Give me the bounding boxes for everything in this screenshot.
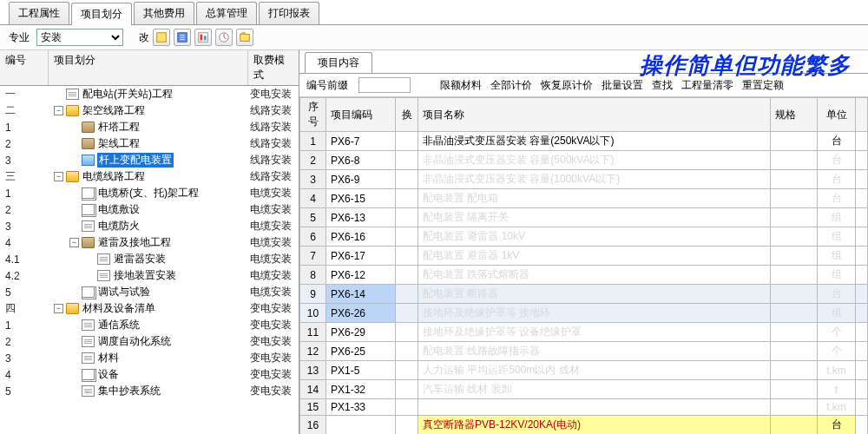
grid-header-swap[interactable]: 换 xyxy=(396,98,418,132)
cell-spec[interactable] xyxy=(771,266,818,285)
toolbar-link-6[interactable]: 重置定额 xyxy=(742,79,784,91)
cell-seq[interactable]: 12 xyxy=(300,342,326,361)
cell-code[interactable]: PX6-29 xyxy=(326,323,396,342)
tool-button-3[interactable] xyxy=(194,29,212,46)
tree-row[interactable]: 3材料变电安装 xyxy=(0,350,299,366)
cell-seq[interactable]: 1 xyxy=(300,132,326,151)
cell-spec[interactable] xyxy=(771,227,818,247)
cell-extra[interactable] xyxy=(856,323,868,342)
cell-unit[interactable]: 台 xyxy=(818,416,856,435)
specialty-select[interactable]: 安装 xyxy=(36,29,123,46)
prefix-input[interactable] xyxy=(358,77,411,93)
cell-spec[interactable] xyxy=(771,189,818,208)
tree-row[interactable]: 4设备变电安装 xyxy=(0,366,299,383)
toolbar-link-3[interactable]: 批量设置 xyxy=(602,79,643,91)
cell-unit[interactable]: 组 xyxy=(818,208,856,227)
tool-button-4[interactable] xyxy=(215,29,233,46)
cell-unit[interactable]: 台 xyxy=(818,285,856,304)
tree-row-node[interactable]: 设备 xyxy=(49,367,248,382)
tab-project-content[interactable]: 项目内容 xyxy=(305,52,372,73)
cell-extra[interactable] xyxy=(856,266,868,285)
cell-swap[interactable] xyxy=(396,416,418,435)
cell-swap[interactable] xyxy=(396,151,418,170)
cell-spec[interactable] xyxy=(771,399,818,416)
cell-unit[interactable]: 组 xyxy=(818,304,856,323)
cell-unit[interactable]: t xyxy=(818,380,856,399)
cell-seq[interactable]: 7 xyxy=(300,247,326,266)
tree-row-node[interactable]: 杆塔工程 xyxy=(49,120,248,135)
tree-row-node[interactable]: 调试与试验 xyxy=(49,285,248,299)
cell-extra[interactable] xyxy=(856,361,868,380)
grid-row[interactable]: 1PX6-7非晶油浸式变压器安装 容量(250kVA以下)台 xyxy=(300,132,868,151)
tree-row[interactable]: 2电缆敷设电缆安装 xyxy=(0,201,299,218)
cell-swap[interactable] xyxy=(396,227,418,247)
cell-extra[interactable] xyxy=(856,380,868,399)
toolbar-link-0[interactable]: 限额材料 xyxy=(440,79,482,91)
tree-row[interactable]: 三−电缆线路工程线路安装 xyxy=(0,168,299,185)
cell-unit[interactable]: 台 xyxy=(818,151,856,170)
cell-swap[interactable] xyxy=(396,132,418,151)
project-tree[interactable]: 一配电站(开关站)工程变电安装二−架空线路工程线路安装1杆塔工程线路安装2架线工… xyxy=(0,86,299,434)
tree-row-node[interactable]: 调度自动化系统 xyxy=(49,334,248,349)
cell-spec[interactable] xyxy=(771,132,818,151)
cell-spec[interactable] xyxy=(771,380,818,399)
cell-swap[interactable] xyxy=(396,266,418,285)
cell-unit[interactable]: 台 xyxy=(818,132,856,151)
cell-extra[interactable] xyxy=(856,304,868,323)
tree-row-node[interactable]: 架线工程 xyxy=(49,136,248,151)
cell-seq[interactable]: 13 xyxy=(300,361,326,380)
cell-swap[interactable] xyxy=(396,170,418,189)
grid-header-name[interactable]: 项目名称 xyxy=(418,98,771,132)
cell-name[interactable]: 人力运输 平均运距500m以内 线材 xyxy=(418,361,771,380)
tree-row[interactable]: 二−架空线路工程线路安装 xyxy=(0,102,299,119)
cell-extra[interactable] xyxy=(856,399,868,416)
cell-code[interactable]: PX6-8 xyxy=(326,151,396,170)
grid-header-extra[interactable] xyxy=(856,98,868,132)
grid-header-code[interactable]: 项目编码 xyxy=(326,98,396,132)
cell-extra[interactable] xyxy=(856,208,868,227)
cell-name[interactable] xyxy=(418,399,771,416)
cell-seq[interactable]: 9 xyxy=(300,285,326,304)
cell-extra[interactable] xyxy=(856,189,868,208)
cell-swap[interactable] xyxy=(396,323,418,342)
tree-row-node[interactable]: 电缆桥(支、托)架工程 xyxy=(49,186,248,201)
toolbar-link-1[interactable]: 全部计价 xyxy=(490,79,532,91)
cell-seq[interactable]: 2 xyxy=(300,151,326,170)
toolbar-link-2[interactable]: 恢复原计价 xyxy=(541,79,593,91)
cell-code[interactable]: PX1-5 xyxy=(326,361,396,380)
toolbar-link-4[interactable]: 查找 xyxy=(652,79,673,91)
grid-row[interactable]: 12PX6-25配电装置 线路故障指示器个 xyxy=(300,342,868,361)
cell-name[interactable]: 汽车运输 线材 装卸 xyxy=(418,380,771,399)
cell-spec[interactable] xyxy=(771,323,818,342)
tree-row[interactable]: 2架线工程线路安装 xyxy=(0,135,299,152)
cell-extra[interactable] xyxy=(856,247,868,266)
tree-row-node[interactable]: −避雷及接地工程 xyxy=(49,235,248,250)
cell-name[interactable]: 接地环及绝缘护罩等 接地环 xyxy=(418,304,771,323)
grid-row[interactable]: 13PX1-5人力运输 平均运距500m以内 线材t.km xyxy=(300,361,868,380)
grid-row[interactable]: 2PX6-8非晶油浸式变压器安装 容量(500kVA以下)台 xyxy=(300,151,868,170)
cell-seq[interactable]: 14 xyxy=(300,380,326,399)
tool-button-2[interactable] xyxy=(174,29,191,46)
cell-code[interactable]: PX6-26 xyxy=(326,304,396,323)
grid-row[interactable]: 14PX1-32汽车运输 线材 装卸t xyxy=(300,380,868,399)
main-tab-1[interactable]: 项目划分 xyxy=(71,3,132,25)
cell-name[interactable]: 配电装置 跌落式熔断器 xyxy=(418,266,771,285)
cell-unit[interactable]: 个 xyxy=(818,342,856,361)
cell-code[interactable] xyxy=(326,416,396,435)
cell-name[interactable]: 非晶油浸式变压器安装 容量(1000kVA以下) xyxy=(418,170,771,189)
tree-row[interactable]: 1电缆桥(支、托)架工程电缆安装 xyxy=(0,185,299,201)
cell-seq[interactable]: 3 xyxy=(300,170,326,189)
cell-spec[interactable] xyxy=(771,304,818,323)
toolbar-link-5[interactable]: 工程量清零 xyxy=(681,79,733,91)
cell-seq[interactable]: 6 xyxy=(300,227,326,247)
tree-row[interactable]: 4.1避雷器安装电缆安装 xyxy=(0,251,299,267)
grid-row[interactable]: 7PX6-17配电装置 避雷器 1kV组 xyxy=(300,247,868,266)
cell-spec[interactable] xyxy=(771,285,818,304)
cell-code[interactable]: PX6-25 xyxy=(326,342,396,361)
cell-name[interactable]: 配电装置 线路故障指示器 xyxy=(418,342,771,361)
collapse-toggle[interactable]: − xyxy=(54,304,63,313)
cell-spec[interactable] xyxy=(771,342,818,361)
cell-seq[interactable]: 10 xyxy=(300,304,326,323)
cell-seq[interactable]: 8 xyxy=(300,266,326,285)
grid-row[interactable]: 16真空断路器PVB-12KV/20KA(电动)台 xyxy=(300,416,868,435)
